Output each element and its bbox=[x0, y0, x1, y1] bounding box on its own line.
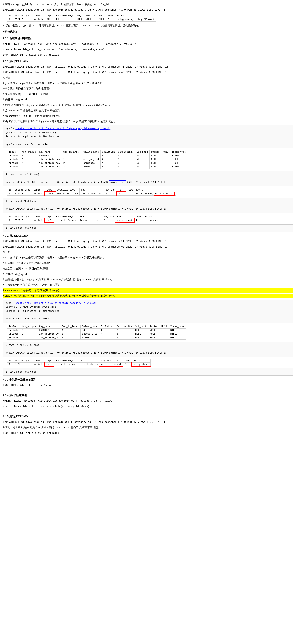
j2-line1: #type 变成了 range,这是可以忍受的。但是 extra 里使用 Usi… bbox=[3, 255, 293, 260]
drop-15-line: DROP INDEX idx_article_cv ON article; bbox=[3, 430, 293, 435]
j2-line3: #这是因为按照 BTree 索引的工作原理, bbox=[3, 266, 293, 271]
show-index-table-1: Table Non_unique Key_name Seq_in_index C… bbox=[3, 150, 293, 170]
jielun2-label: #结论： bbox=[3, 250, 293, 254]
explain-table-ref: id select_type table type possible_keys … bbox=[3, 214, 293, 223]
jielun-line8: #MySQL 无法利用索引再对后面的 views 部分进行检索,即 range … bbox=[3, 119, 293, 124]
sec14-title: # 1.4 第2次新建索引 bbox=[3, 393, 293, 398]
jielun-label1: #结论： bbox=[3, 75, 293, 80]
sec12b-title: # 1.2 第2次EXPLAIN bbox=[3, 233, 293, 238]
sec15-title: # 1.5 第3次EXPLAIN bbox=[3, 414, 293, 419]
explain2b-2-line: EXPLAIN SELECT id,author_id FROM `articl… bbox=[3, 244, 293, 249]
j2-line6: #当 comments 字段在联合索引里处于中间位置时, bbox=[3, 282, 293, 287]
jielun-15: #结论：可以看到,type 变为了 ref,Extra 中的 Using fil… bbox=[3, 425, 293, 430]
jielun-line1: #type 变成了 range,这是可以忍受的。但是 extra 里使用 Usi… bbox=[3, 81, 293, 86]
create-14-line: create index idx_article_cv on article(c… bbox=[3, 404, 293, 408]
j2-line2: #但是我们已经建立了索引,为啥没用呢? bbox=[3, 260, 293, 266]
explain-table-cv-ref: id select_type table type possible_keys … bbox=[3, 358, 293, 367]
mysql-block-2b: 3 rows in set (0.00 sec) mysql> EXPLAIN … bbox=[3, 342, 293, 357]
mysql-block-1b: 4 rows in set (0.00 sec) mysql> EXPLAIN … bbox=[3, 171, 293, 186]
optimize-title: #开始优化： bbox=[3, 30, 293, 34]
intro-comment: #查询 category_id 为 1 且 comments 大于 1 的情况下… bbox=[3, 2, 293, 7]
mysql-block-2c: 1 row in set (0.00 sec) bbox=[3, 368, 293, 376]
jielun-line7: #因comments > 1 条件是一个范围值(所谓 range), bbox=[3, 114, 293, 118]
explain-sql-line: EXPLAIN SELECT id,author_id FROM article… bbox=[3, 7, 293, 12]
drop-index-line: DROP INDEX idx_article_ccv ON article bbox=[3, 52, 293, 57]
explain2-1-line: EXPLAIN SELECT id,author_id FROM `articl… bbox=[3, 64, 293, 69]
alter-comment-line: #ALTER TABLE `article` ADD INDEX idx_art… bbox=[3, 42, 293, 46]
main-content: #查询 category_id 为 1 且 comments 大于 1 的情况下… bbox=[3, 2, 293, 435]
sec11-title: # 1.1 新建索引+删除索引 bbox=[3, 36, 293, 41]
explain2b-1-line: EXPLAIN SELECT id,author_id FROM `articl… bbox=[3, 239, 293, 244]
explain-15-line: EXPLAIN SELECT id,author_id FROM article… bbox=[3, 420, 293, 424]
conclusion1: #结论：很显然,type 是 ALL,即最坏的情况。Extra 里还出现了 Us… bbox=[3, 23, 293, 28]
jielun-line4: # 先排序 category_id, bbox=[3, 97, 293, 102]
explain2-2-line: EXPLAIN SELECT id,author_id FROM `articl… bbox=[3, 70, 293, 74]
create-index-line: create index idx_article_ccv on article(… bbox=[3, 47, 293, 52]
j2-line5: # 如果遇到相同的 category_id 则再排序 comments,如果遇到… bbox=[3, 277, 293, 282]
show-index-table-2: Table Non_unique Key_name Seq_in_index C… bbox=[3, 324, 293, 340]
sec12-title: # 1.2 第2次EXPLAIN bbox=[3, 59, 293, 64]
j2-line8-highlight: #MySQL 无法利用索引再对后面的 views 部分进行检索,即 range … bbox=[3, 294, 293, 298]
jielun-line5: # 如果遇到相同的 category_id 则再排序 comments,如果遇到… bbox=[3, 103, 293, 108]
mysql-block-1d: 1 row in set (0.00 sec) bbox=[3, 224, 293, 232]
first-explain-table: id select_type table type possible_keys … bbox=[3, 13, 293, 22]
jielun-line6: #当 comments 字段在联合索引里处于中间位置时, bbox=[3, 108, 293, 113]
explain-table-range: id select_type table type possible_keys … bbox=[3, 187, 293, 196]
mysql-block-1: mysql> create index idx_article_ccv on a… bbox=[3, 125, 293, 148]
mysql-block-2: mysql> create index idx_article_cv on ar… bbox=[3, 300, 293, 323]
j2-line4: # 先排序 category_id, bbox=[3, 272, 293, 276]
jielun-line2: #但是我们已经建立了索引,为啥没用呢? bbox=[3, 86, 293, 91]
mysql-block-1c: 1 row in set (0.00 sec) mysql> EXPLAIN S… bbox=[3, 198, 293, 213]
jielun-line3: #这是因为按照 BTree 索引的工作原理, bbox=[3, 92, 293, 96]
alter-14-line: #ALTER TABLE `article` ADD INDEX idx_art… bbox=[3, 398, 293, 403]
sec13-title: # 1.3 删除第一次建立的索引 bbox=[3, 377, 293, 382]
drop-index-13: DROP INDEX idx_article_ccv ON article; bbox=[3, 383, 293, 388]
j2-line7-highlight: #因comments > 1 条件是一个范围值(所谓 range), bbox=[3, 288, 293, 293]
